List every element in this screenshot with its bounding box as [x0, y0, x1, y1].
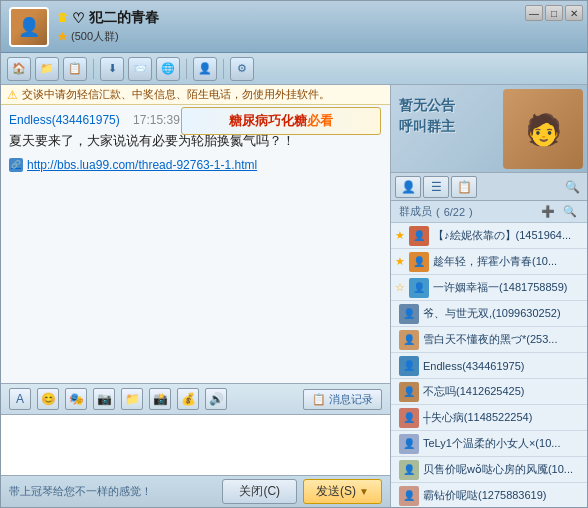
ad-banner[interactable]: 糖尿病巧化糖必看: [181, 107, 381, 135]
star-icon: ★: [57, 30, 68, 42]
right-tabs: 👤 ☰ 📋 🔍: [391, 173, 587, 201]
member-rank-icon: ★: [395, 255, 405, 268]
msg-log-icon: 📋: [312, 393, 326, 406]
chat-messages[interactable]: Endless(434461975) 17:15:39 夏天要来了，大家说说有必…: [1, 105, 390, 383]
group-subtitle: ★ (500人群): [57, 29, 579, 44]
member-avatar: 👤: [399, 356, 419, 376]
audio-button[interactable]: 🔊: [205, 388, 227, 410]
user-button[interactable]: 👤: [193, 57, 217, 81]
face-button[interactable]: 🎭: [65, 388, 87, 410]
toolbar-separator-2: [186, 59, 187, 79]
right-panel: 暂无公告 呼叫群主 🧑 👤 ☰ 📋 🔍 群成员 ( 6/22 ): [391, 85, 587, 507]
member-list-item[interactable]: 👤霸钻价呢哒(1275883619): [391, 483, 587, 507]
member-name: 【♪絵妮依靠の】(1451964...: [433, 228, 583, 243]
toolbar-separator-3: [223, 59, 224, 79]
placeholder-line1: 暂无公告: [399, 95, 455, 116]
file-button[interactable]: 📁: [121, 388, 143, 410]
member-list-item[interactable]: ★👤趁年轻，挥霍小青春(10...: [391, 249, 587, 275]
tab-members[interactable]: 👤: [395, 176, 421, 198]
settings-button[interactable]: ⚙: [230, 57, 254, 81]
input-box: [1, 415, 390, 475]
emoji-button[interactable]: 😊: [37, 388, 59, 410]
notice-icon: ⚠: [7, 88, 18, 102]
home-button[interactable]: 🏠: [7, 57, 31, 81]
right-search-button[interactable]: 🔍: [561, 176, 583, 198]
chat-panel: ⚠ 交谈中请勿轻信汇款、中奖信息、陌生电话，勿使用外挂软件。 Endless(4…: [1, 85, 391, 507]
maximize-button[interactable]: □: [545, 5, 563, 21]
member-avatar: 👤: [409, 278, 429, 298]
font-button[interactable]: A: [9, 388, 31, 410]
member-avatar: 👤: [399, 434, 419, 454]
member-name: 霸钻价呢哒(1275883619): [423, 488, 583, 503]
link-url[interactable]: http://bbs.lua99.com/thread-92763-1-1.ht…: [27, 158, 257, 172]
close-button[interactable]: ✕: [565, 5, 583, 21]
member-list-item[interactable]: 👤Endless(434461975): [391, 353, 587, 379]
member-list[interactable]: ★👤【♪絵妮依靠の】(1451964...★👤趁年轻，挥霍小青春(10...☆👤…: [391, 223, 587, 507]
right-header-banner: 暂无公告 呼叫群主 🧑: [391, 85, 587, 173]
member-avatar: 👤: [409, 252, 429, 272]
send-arrow-icon: ▼: [359, 486, 369, 497]
member-label: 群成员: [399, 204, 432, 219]
capture-button[interactable]: 📷: [93, 388, 115, 410]
tab-info[interactable]: 📋: [451, 176, 477, 198]
window-controls: — □ ✕: [525, 5, 583, 21]
member-name: TeLy1个温柔的小女人×(10...: [423, 436, 583, 451]
notice-bar: ⚠ 交谈中请勿轻信汇款、中奖信息、陌生电话，勿使用外挂软件。: [1, 85, 390, 105]
member-list-item[interactable]: 👤贝售价呢wǒ哒心房的风魇(10...: [391, 457, 587, 483]
input-toolbar: A 😊 🎭 📷 📁 📸 💰 🔊 📋 消息记录: [1, 383, 390, 415]
member-avatar: 👤: [399, 408, 419, 428]
screenshot-button[interactable]: 📸: [149, 388, 171, 410]
send-button[interactable]: 发送(S) ▼: [303, 479, 382, 504]
art-emoji: 🧑: [525, 112, 562, 147]
member-name: 雪白天不懂夜的黑づ*(253...: [423, 332, 583, 347]
message-sender: Endless(434461975): [9, 113, 120, 127]
mail-button[interactable]: 📨: [128, 57, 152, 81]
member-count-value: 6/22: [444, 206, 465, 218]
member-name: 不忘吗(1412625425): [423, 384, 583, 399]
member-add-button[interactable]: ➕: [539, 203, 557, 221]
message-link[interactable]: 🔗 http://bbs.lua99.com/thread-92763-1-1.…: [9, 158, 382, 172]
member-list-item[interactable]: 👤┼失心病(1148522254): [391, 405, 587, 431]
placeholder-line2: 呼叫群主: [399, 116, 455, 137]
download-button[interactable]: ⬇: [100, 57, 124, 81]
content-area: ⚠ 交谈中请勿轻信汇款、中奖信息、陌生电话，勿使用外挂软件。 Endless(4…: [1, 85, 587, 507]
main-window: 👤 ♛ ♡ 犯二的青春 ★ (500人群) — □ ✕ 🏠 📁 📋 ⬇ 📨 🌐: [0, 0, 588, 508]
member-name: Endless(434461975): [423, 360, 583, 372]
msg-log-label: 消息记录: [329, 392, 373, 407]
member-list-item[interactable]: ☆👤一许姻幸福一(1481758859): [391, 275, 587, 301]
no-announcement-text: 暂无公告 呼叫群主: [399, 95, 455, 137]
message-input[interactable]: [9, 419, 382, 471]
member-list-item[interactable]: 👤不忘吗(1412625425): [391, 379, 587, 405]
minimize-button[interactable]: —: [525, 5, 543, 21]
msg-log-button[interactable]: 📋 消息记录: [303, 389, 382, 410]
member-list-item[interactable]: 👤TeLy1个温柔的小女人×(10...: [391, 431, 587, 457]
crown-icon: ♛: [57, 11, 68, 25]
member-rank-icon: ★: [395, 229, 405, 242]
member-list-item[interactable]: 👤爷、与世无双,(1099630252): [391, 301, 587, 327]
member-name: ┼失心病(1148522254): [423, 410, 583, 425]
tab-list[interactable]: ☰: [423, 176, 449, 198]
close-chat-button[interactable]: 关闭(C): [222, 479, 297, 504]
group-avatar: 👤: [9, 7, 49, 47]
member-avatar: 👤: [399, 486, 419, 506]
folder-button[interactable]: 📁: [35, 57, 59, 81]
member-name: 贝售价呢wǒ哒心房的风魇(10...: [423, 462, 583, 477]
clipboard-button[interactable]: 📋: [63, 57, 87, 81]
right-header-art: 🧑: [503, 89, 583, 169]
member-rank-icon: ☆: [395, 281, 405, 294]
link-icon: 🔗: [9, 158, 23, 172]
member-avatar: 👤: [399, 460, 419, 480]
coin-button[interactable]: 💰: [177, 388, 199, 410]
member-search-button[interactable]: 🔍: [561, 203, 579, 221]
member-list-item[interactable]: ★👤【♪絵妮依靠の】(1451964...: [391, 223, 587, 249]
bottom-slogan: 带上冠琴给您不一样的感觉！: [9, 484, 216, 499]
window-title: 犯二的青春: [89, 9, 159, 27]
web-button[interactable]: 🌐: [156, 57, 180, 81]
member-name: 一许姻幸福一(1481758859): [433, 280, 583, 295]
toolbar: 🏠 📁 📋 ⬇ 📨 🌐 👤 ⚙ 糖尿病巧化糖必看: [1, 53, 587, 85]
title-bar: 👤 ♛ ♡ 犯二的青春 ★ (500人群) — □ ✕: [1, 1, 587, 53]
notice-text: 交谈中请勿轻信汇款、中奖信息、陌生电话，勿使用外挂软件。: [22, 87, 330, 102]
member-list-item[interactable]: 👤雪白天不懂夜的黑づ*(253...: [391, 327, 587, 353]
title-info: ♛ ♡ 犯二的青春 ★ (500人群): [57, 9, 579, 44]
ad-text-part1: 糖尿病巧化糖: [229, 112, 307, 130]
